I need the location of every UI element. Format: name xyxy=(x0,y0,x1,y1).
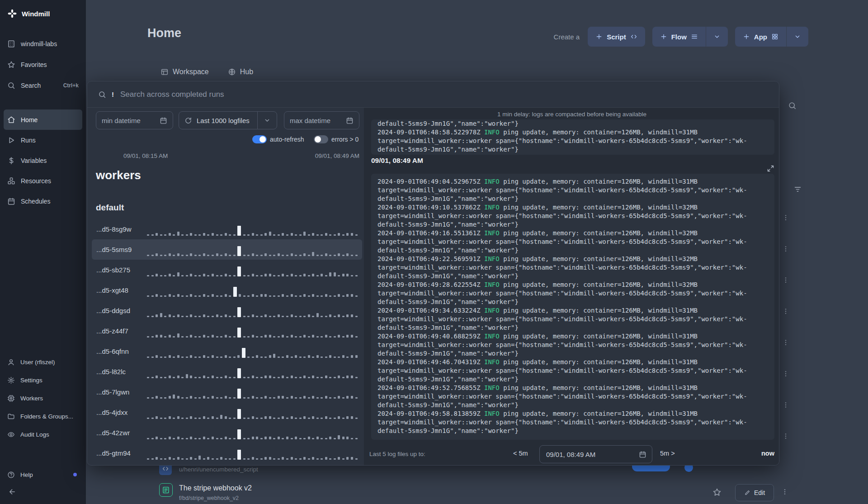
worker-name: ...d5-gtm94 xyxy=(96,449,147,457)
script-lines-icon xyxy=(162,486,170,494)
log-timestamp: 2024-09-01T06:49:40.688259Z xyxy=(377,333,484,340)
now-button[interactable]: now xyxy=(761,450,774,457)
windmill-app: Home Create a ScriptFlowApp WorkspaceHub… xyxy=(0,0,868,504)
create-button-label: Flow xyxy=(671,33,687,41)
worker-row[interactable]: ...d5-z44f7 xyxy=(92,321,362,341)
tab-hub[interactable]: Hub xyxy=(228,68,253,76)
log-block-previous[interactable]: default-5sms9-Jmn1G","name":"worker"}202… xyxy=(371,119,774,155)
log-entry: 2024-09-01T06:49:34.633224Z INFO ping up… xyxy=(377,306,768,332)
logfiles-select-value: Last 1000 logfiles xyxy=(197,117,257,124)
row-menu-button[interactable] xyxy=(782,245,789,253)
max-datetime-input[interactable]: max datetime xyxy=(284,111,359,129)
sidebar-item-user-rfiszel[interactable]: User (rfiszel) xyxy=(0,353,86,371)
create-app-dropdown[interactable] xyxy=(787,27,808,47)
sidebar-item-label: Help xyxy=(20,471,33,478)
worker-name: ...d5-sb275 xyxy=(96,266,147,274)
forward-5m-button[interactable]: 5m > xyxy=(660,450,675,457)
script-icon xyxy=(159,483,173,497)
worker-row[interactable]: ...d5-6qfnn xyxy=(92,341,362,361)
row-menu-button[interactable] xyxy=(782,308,789,316)
sidebar-item-variables[interactable]: Variables xyxy=(0,150,86,171)
sidebar-item-settings[interactable]: Settings xyxy=(0,371,86,389)
back-5m-button[interactable]: < 5m xyxy=(513,450,528,457)
row-menu-button[interactable] xyxy=(782,214,789,222)
worker-row[interactable]: ...d5-42zwr xyxy=(92,423,362,443)
sidebar-item-workers[interactable]: Workers xyxy=(0,389,86,407)
favorite-star-icon[interactable] xyxy=(712,488,722,497)
sidebar-item-folders-groups[interactable]: Folders & Groups... xyxy=(0,407,86,425)
worker-name: ...d5-l82lc xyxy=(96,368,147,376)
row-menu-icon[interactable] xyxy=(781,488,788,496)
worker-activity-sparkline xyxy=(147,450,358,460)
sidebar-item-label: windmill-labs xyxy=(21,40,57,48)
sidebar-item-label: Favorites xyxy=(21,61,47,68)
log-block-current[interactable]: 2024-09-01T06:49:04.529675Z INFO ping up… xyxy=(371,174,774,440)
auto-refresh-toggle[interactable] xyxy=(252,135,267,143)
log-datetime-input[interactable] xyxy=(539,445,652,463)
runs-search-input[interactable] xyxy=(119,90,768,100)
create-app-button[interactable]: App xyxy=(735,27,786,47)
sidebar-item-schedules[interactable]: Schedules xyxy=(0,191,86,211)
create-flow-button[interactable]: Flow xyxy=(652,27,706,47)
calendar-icon xyxy=(160,117,167,124)
sidebar-item-resources[interactable]: Resources xyxy=(0,171,86,191)
log-line: 2024-09-01T06:49:58.813859Z INFO ping up… xyxy=(377,409,768,418)
search-shortcut: Ctrl+k xyxy=(63,82,79,89)
log-timestamp: 2024-09-01T06:49:10.537862Z xyxy=(377,204,484,211)
tab-workspace[interactable]: Workspace xyxy=(160,68,209,76)
worker-row[interactable]: ...d5-sb275 xyxy=(92,260,362,280)
min-datetime-input[interactable]: min datetime xyxy=(96,111,173,129)
worker-row[interactable]: ...d5-7lgwn xyxy=(92,382,362,402)
sidebar-item-search[interactable]: SearchCtrl+k xyxy=(0,75,86,96)
sidebar-item-favorites[interactable]: Favorites xyxy=(0,54,86,75)
create-button-label: App xyxy=(754,33,767,41)
sidebar-item-audit-logs[interactable]: Audit Logs xyxy=(0,425,86,443)
create-script-group: Script xyxy=(588,27,645,47)
script-path[interactable]: u/henri/unencumbered_script xyxy=(179,466,258,473)
sidebar-item-windmill-labs[interactable]: windmill-labs xyxy=(0,33,86,54)
log-datetime-value[interactable] xyxy=(545,450,624,459)
script-path: f/bd/stripe_webhook_v2 xyxy=(179,495,239,501)
building-icon xyxy=(7,40,15,48)
worker-row[interactable]: ...d5-gtm94 xyxy=(92,443,362,463)
page-title: Home xyxy=(147,26,181,40)
logfiles-dropdown[interactable] xyxy=(258,117,277,124)
collapse-sidebar-button[interactable] xyxy=(0,483,24,501)
range-start-label: 09/01, 08:15 AM xyxy=(123,152,168,159)
app-logo[interactable]: Windmill xyxy=(0,0,86,27)
sidebar-item-help[interactable]: Help xyxy=(0,466,86,484)
log-message: ping update, memory: container=126MB, wi… xyxy=(503,204,698,211)
row-menu-button[interactable] xyxy=(782,339,789,347)
sidebar: Windmill windmill-labsFavoritesSearchCtr… xyxy=(0,0,86,504)
table-search-icon[interactable] xyxy=(788,101,797,110)
errors-toggle[interactable] xyxy=(314,135,328,143)
worker-name: ...d5-z44f7 xyxy=(96,327,147,335)
row-menu-button[interactable] xyxy=(782,276,789,285)
log-level: INFO xyxy=(484,307,503,314)
worker-row[interactable]: ...d5-xgt48 xyxy=(92,280,362,300)
script-title[interactable]: The stripe webhook v2 xyxy=(179,484,252,492)
worker-row[interactable]: ...d5-8sg9w xyxy=(92,219,362,239)
create-script-button[interactable]: Script xyxy=(588,27,645,47)
worker-row[interactable]: ...d5-l82lc xyxy=(92,361,362,382)
home-icon xyxy=(7,116,15,124)
dollar-icon xyxy=(7,157,15,165)
arrow-left-icon xyxy=(8,488,16,496)
log-target-line: target=windmill_worker::worker span={"ho… xyxy=(377,263,768,281)
expand-log-icon[interactable] xyxy=(767,165,774,172)
log-footer: Last 5 log files up to: < 5m 5m > now xyxy=(364,442,779,466)
sidebar-item-runs[interactable]: Runs xyxy=(0,130,86,150)
sidebar-item-home[interactable]: Home xyxy=(4,109,82,130)
row-menu-button[interactable] xyxy=(782,401,789,409)
create-flow-dropdown[interactable] xyxy=(706,27,728,47)
row-menu-button[interactable] xyxy=(782,370,789,378)
worker-row[interactable]: ...d5-4jdxx xyxy=(92,402,362,423)
worker-row[interactable]: ...d5-5sms9 xyxy=(92,239,362,260)
edit-button[interactable]: Edit xyxy=(735,484,774,501)
row-menu-button[interactable] xyxy=(782,433,789,441)
logfiles-select[interactable]: Last 1000 logfiles xyxy=(179,111,277,129)
table-filter-icon[interactable] xyxy=(793,185,802,194)
worker-row[interactable]: ...d5-ddgsd xyxy=(92,300,362,321)
log-target-line: target=windmill_worker::worker span={"ho… xyxy=(377,212,768,229)
eye-icon xyxy=(7,431,15,438)
